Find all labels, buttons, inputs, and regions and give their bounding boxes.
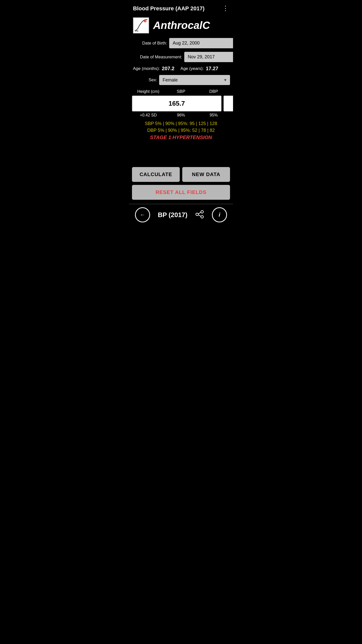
info-button[interactable]: i — [212, 207, 227, 222]
meas-sd-row: +0.42 SD 96% 95% — [132, 113, 230, 117]
dob-row: Date of Birth: — [132, 38, 230, 48]
dom-input[interactable] — [184, 52, 233, 62]
logo-svg: z% 🍁 — [134, 19, 148, 32]
sbp-input[interactable] — [223, 96, 233, 111]
sbp-pct: 96% — [165, 113, 197, 117]
svg-point-3 — [196, 213, 198, 216]
svg-text:🍁: 🍁 — [143, 19, 147, 23]
top-bar: Blood Pressure (AAP 2017) ⋮ — [129, 0, 233, 15]
dbp-result-line: DBP 5% | 90% | 95%: 52 | 78 | 82 — [132, 128, 230, 133]
back-icon: ← — [140, 212, 145, 218]
reset-button-row: RESET ALL FIELDS — [129, 185, 233, 200]
height-sd: +0.42 SD — [132, 113, 165, 117]
sbp-header: SBP — [165, 89, 197, 94]
dbp-header: DBP — [197, 89, 230, 94]
dob-label: Date of Birth: — [132, 41, 167, 46]
bottom-nav: ← BP (2017) i — [129, 204, 233, 226]
action-buttons-row: CALCULATE NEW DATA — [129, 167, 233, 182]
reset-all-fields-button[interactable]: RESET ALL FIELDS — [132, 185, 230, 200]
sbp-result-line: SBP 5% | 90% | 95%: 95 | 125 | 128 — [132, 121, 230, 126]
more-options-icon[interactable]: ⋮ — [222, 5, 229, 12]
share-icon[interactable] — [195, 210, 204, 220]
svg-point-4 — [201, 216, 203, 218]
form-section: Date of Birth: Date of Measurement: Age … — [129, 38, 233, 167]
svg-text:z%: z% — [135, 30, 139, 32]
dbp-pct: 95% — [197, 113, 230, 117]
bottom-nav-title: BP (2017) — [158, 211, 188, 219]
info-icon: i — [219, 212, 220, 218]
age-months-label: Age (months): — [133, 66, 160, 71]
dob-input[interactable] — [169, 38, 233, 48]
results-section: SBP 5% | 90% | 95%: 95 | 125 | 128 DBP 5… — [132, 121, 230, 140]
app-name-label: AnthrocalC — [153, 19, 210, 31]
new-data-button[interactable]: NEW DATA — [182, 167, 230, 182]
height-input[interactable] — [132, 96, 221, 111]
sex-select-wrapper: Male Female — [159, 75, 230, 85]
svg-line-6 — [198, 215, 201, 216]
calculate-button[interactable]: CALCULATE — [132, 167, 180, 182]
svg-line-5 — [198, 212, 201, 214]
measurement-headers: Height (cm) SBP DBP — [132, 89, 230, 94]
age-years-label: Age (years): — [180, 66, 204, 71]
svg-point-2 — [201, 211, 203, 213]
age-row: Age (months): 207.2 Age (years): 17.27 — [132, 66, 230, 71]
age-years-value: 17.27 — [206, 66, 218, 71]
back-button[interactable]: ← — [135, 207, 150, 222]
share-svg-icon — [195, 210, 204, 219]
diagnosis-line: STAGE 1 HYPERTENSION — [132, 135, 230, 140]
age-months-value: 207.2 — [162, 66, 174, 71]
sex-label: Sex: — [132, 77, 157, 83]
measurement-inputs — [132, 96, 230, 111]
sex-row: Sex: Male Female — [132, 75, 230, 85]
dom-row: Date of Measurement: — [132, 52, 230, 62]
app-logo: z% 🍁 — [133, 17, 149, 33]
top-bar-title: Blood Pressure (AAP 2017) — [133, 5, 204, 12]
logo-row: z% 🍁 AnthrocalC — [129, 15, 233, 38]
dom-label: Date of Measurement: — [132, 55, 182, 60]
height-header: Height (cm) — [132, 89, 165, 94]
sex-select[interactable]: Male Female — [159, 75, 230, 85]
